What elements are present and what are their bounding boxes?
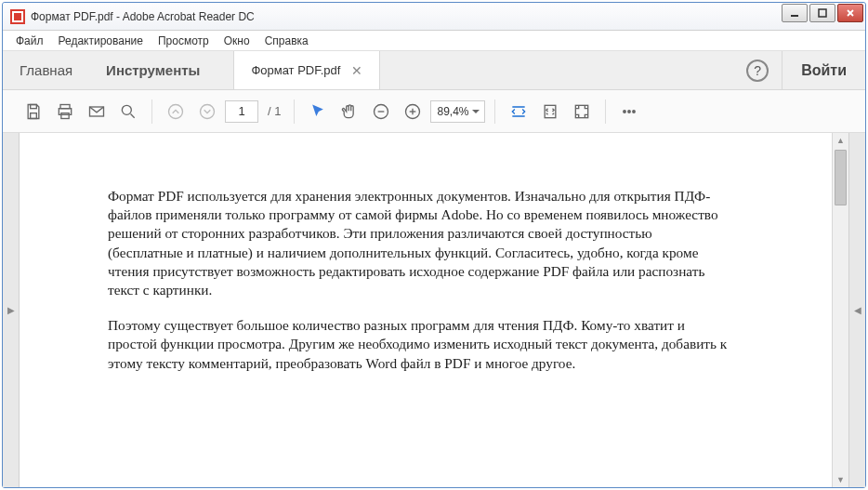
app-window: Формат PDF.pdf - Adobe Acrobat Reader DC… bbox=[2, 2, 866, 488]
minimize-button[interactable] bbox=[782, 4, 808, 22]
email-icon[interactable] bbox=[83, 98, 111, 126]
window-title: Формат PDF.pdf - Adobe Acrobat Reader DC bbox=[31, 10, 782, 23]
tab-tools[interactable]: Инструменты bbox=[89, 51, 217, 89]
document-viewport[interactable]: Формат PDF используется для хранения эле… bbox=[20, 133, 832, 487]
vertical-scrollbar[interactable]: ▲ ▼ bbox=[832, 133, 848, 487]
search-icon[interactable] bbox=[114, 98, 142, 126]
document-paragraph: Формат PDF используется для хранения эле… bbox=[108, 187, 730, 299]
app-icon bbox=[10, 9, 25, 24]
menu-view[interactable]: Просмотр bbox=[151, 33, 217, 49]
hand-tool-icon[interactable] bbox=[335, 98, 363, 126]
page-total-label: / 1 bbox=[268, 104, 281, 118]
menu-file[interactable]: Файл bbox=[8, 33, 51, 49]
print-icon[interactable] bbox=[51, 98, 79, 126]
svg-point-24 bbox=[623, 110, 625, 113]
window-controls bbox=[782, 3, 865, 30]
tab-document-label: Формат PDF.pdf bbox=[251, 63, 340, 77]
fit-page-icon[interactable] bbox=[536, 98, 564, 126]
svg-point-15 bbox=[169, 104, 183, 118]
svg-point-16 bbox=[201, 104, 215, 118]
menu-help[interactable]: Справка bbox=[257, 33, 316, 49]
svg-point-26 bbox=[632, 110, 635, 113]
svg-rect-22 bbox=[545, 105, 556, 117]
svg-rect-23 bbox=[575, 105, 587, 117]
scroll-up-icon[interactable]: ▲ bbox=[833, 133, 848, 148]
scroll-thumb[interactable] bbox=[835, 150, 847, 205]
content-area: ▶ Формат PDF используется для хранения э… bbox=[3, 133, 865, 487]
zoom-in-icon[interactable] bbox=[399, 98, 427, 126]
zoom-select[interactable]: 89,4% bbox=[430, 100, 484, 123]
fullscreen-icon[interactable] bbox=[568, 98, 596, 126]
scroll-down-icon[interactable]: ▼ bbox=[833, 472, 848, 487]
page-number-input[interactable] bbox=[225, 100, 258, 123]
page-down-icon[interactable] bbox=[193, 98, 221, 126]
tab-close-icon[interactable]: ✕ bbox=[351, 63, 362, 78]
tab-document[interactable]: Формат PDF.pdf ✕ bbox=[233, 51, 380, 89]
maximize-button[interactable] bbox=[809, 4, 835, 22]
signin-button[interactable]: Войти bbox=[782, 51, 865, 89]
svg-point-13 bbox=[122, 105, 131, 114]
svg-line-14 bbox=[131, 113, 135, 117]
toolbar: / 1 89,4% bbox=[3, 90, 865, 133]
svg-rect-11 bbox=[61, 113, 69, 118]
more-tools-icon[interactable] bbox=[615, 98, 643, 126]
menu-edit[interactable]: Редактирование bbox=[51, 33, 151, 49]
svg-rect-7 bbox=[31, 104, 37, 108]
save-icon[interactable] bbox=[20, 98, 47, 126]
tab-row: Главная Инструменты Формат PDF.pdf ✕ ? В… bbox=[3, 51, 865, 90]
help-button[interactable]: ? bbox=[746, 60, 769, 82]
svg-rect-2 bbox=[14, 13, 21, 20]
menu-window[interactable]: Окно bbox=[217, 33, 257, 49]
close-button[interactable] bbox=[837, 4, 863, 22]
right-panel-toggle[interactable]: ◀ bbox=[848, 133, 865, 487]
document-paragraph: Поэтому существует большое количество ра… bbox=[108, 316, 730, 373]
left-panel-toggle[interactable]: ▶ bbox=[3, 133, 20, 487]
fit-width-icon[interactable] bbox=[505, 98, 533, 126]
page-up-icon[interactable] bbox=[162, 98, 190, 126]
tab-home[interactable]: Главная bbox=[3, 51, 89, 89]
titlebar: Формат PDF.pdf - Adobe Acrobat Reader DC bbox=[3, 3, 865, 31]
menubar: Файл Редактирование Просмотр Окно Справк… bbox=[3, 31, 865, 51]
svg-point-25 bbox=[627, 110, 630, 113]
zoom-out-icon[interactable] bbox=[367, 98, 395, 126]
selection-tool-icon[interactable] bbox=[304, 98, 332, 126]
svg-rect-8 bbox=[31, 113, 37, 118]
svg-rect-4 bbox=[819, 9, 826, 17]
